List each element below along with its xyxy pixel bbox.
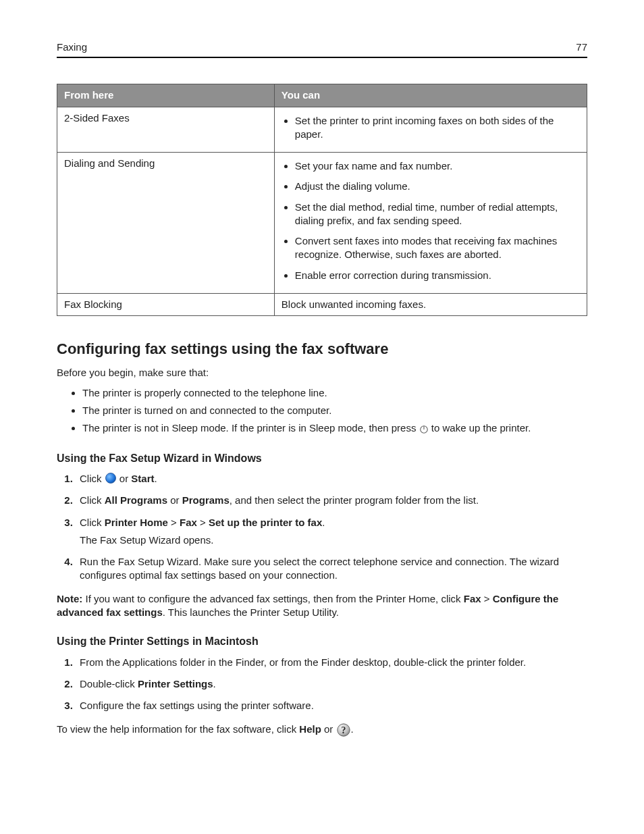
text-fragment: . xyxy=(213,678,216,689)
windows-steps: Click or Start. Click All Programs or Pr… xyxy=(57,472,587,583)
text-fragment: The printer is not in Sleep mode. If the… xyxy=(82,422,419,434)
text-fragment: > xyxy=(168,517,180,528)
table-head-col1: From here xyxy=(57,84,275,107)
table-row: 2-Sided Faxes Set the printer to print i… xyxy=(57,107,587,153)
list-item: Enable error correction during transmiss… xyxy=(295,269,580,282)
text-fragment: Click xyxy=(80,494,105,506)
step-item: Click or Start. xyxy=(76,472,587,486)
text-fragment: If you want to configure the advanced fa… xyxy=(82,593,463,604)
list-item: The printer is turned on and connected t… xyxy=(82,404,587,417)
text-bold: Fax xyxy=(464,593,481,604)
step-item: Double-click Printer Settings. xyxy=(76,677,587,691)
table-cell-youcan: Set the printer to print incoming faxes … xyxy=(274,107,587,153)
list-item: Adjust the dialing volume. xyxy=(295,180,580,193)
list-item: The printer is properly connected to the… xyxy=(82,386,587,400)
text-bold: Printer Home xyxy=(105,517,168,528)
text-fragment: or xyxy=(321,723,336,735)
table-cell-from: Fax Blocking xyxy=(57,293,275,315)
text-fragment: . This launches the Printer Setup Utilit… xyxy=(163,606,339,618)
table-cell-youcan: Set your fax name and fax number. Adjust… xyxy=(274,153,587,294)
table-row: Dialing and Sending Set your fax name an… xyxy=(57,153,587,294)
text-bold: All Programs xyxy=(105,494,167,506)
mac-steps: From the Applications folder in the Find… xyxy=(57,656,587,713)
text-bold: Help xyxy=(299,723,321,735)
text-fragment: , and then select the printer program fo… xyxy=(230,494,479,506)
list-item: Convert sent faxes into modes that recei… xyxy=(295,234,580,262)
list-item: The printer is not in Sleep mode. If the… xyxy=(82,421,587,436)
step-subtext: The Fax Setup Wizard opens. xyxy=(80,533,587,547)
mac-subhead: Using the Printer Settings in Macintosh xyxy=(57,634,587,649)
table-cell-from: 2-Sided Faxes xyxy=(57,107,275,153)
table-cell-youcan: Block unwanted incoming faxes. xyxy=(274,293,587,315)
step-item: Click Printer Home > Fax > Set up the pr… xyxy=(76,516,587,548)
text-fragment: . xyxy=(155,473,157,484)
header-page-number: 77 xyxy=(576,41,587,54)
table-head-col2: You can xyxy=(274,84,587,107)
page-header: Faxing 77 xyxy=(57,41,587,58)
svg-text:?: ? xyxy=(341,725,346,735)
text-bold: Fax xyxy=(180,517,197,528)
text-bold: Printer Settings xyxy=(138,678,213,689)
intro-bullets: The printer is properly connected to the… xyxy=(57,386,587,436)
text-bold: Start xyxy=(131,473,154,484)
text-fragment: or xyxy=(167,494,182,506)
section-heading: Configuring fax settings using the fax s… xyxy=(57,339,587,359)
text-bold: Programs xyxy=(182,494,230,506)
text-fragment: To view the help information for the fax… xyxy=(57,723,299,735)
text-fragment: Click xyxy=(80,473,105,484)
text-fragment: > xyxy=(197,517,209,528)
text-fragment: or xyxy=(117,473,132,484)
help-icon: ? xyxy=(336,723,351,737)
header-section: Faxing xyxy=(57,41,87,54)
intro-line: Before you begin, make sure that: xyxy=(57,366,587,380)
text-fragment: . xyxy=(351,723,354,735)
text-fragment: Click xyxy=(80,517,105,528)
list-item: Set your fax name and fax number. xyxy=(295,159,580,173)
note-label: Note: xyxy=(57,593,82,604)
power-icon xyxy=(419,422,429,436)
note-paragraph: Note: If you want to configure the advan… xyxy=(57,592,587,620)
help-line: To view the help information for the fax… xyxy=(57,723,587,737)
table-cell-from: Dialing and Sending xyxy=(57,153,275,294)
text-fragment: Double-click xyxy=(80,678,138,689)
list-item: Set the dial method, redial time, number… xyxy=(295,201,580,228)
step-item: From the Applications folder in the Find… xyxy=(76,656,587,669)
list-item: Set the printer to print incoming faxes … xyxy=(295,114,580,142)
windows-subhead: Using the Fax Setup Wizard in Windows xyxy=(57,451,587,466)
start-orb-icon xyxy=(105,473,116,484)
text-fragment: to wake up the printer. xyxy=(431,422,531,434)
table-row: Fax Blocking Block unwanted incoming fax… xyxy=(57,293,587,315)
text-fragment: . xyxy=(322,517,325,528)
step-item: Run the Fax Setup Wizard. Make sure you … xyxy=(76,555,587,583)
text-bold: Set up the printer to fax xyxy=(209,517,322,528)
step-item: Configure the fax settings using the pri… xyxy=(76,699,587,712)
text-fragment: > xyxy=(481,593,493,604)
step-item: Click All Programs or Programs, and then… xyxy=(76,494,587,507)
settings-table: From here You can 2-Sided Faxes Set the … xyxy=(57,84,587,316)
